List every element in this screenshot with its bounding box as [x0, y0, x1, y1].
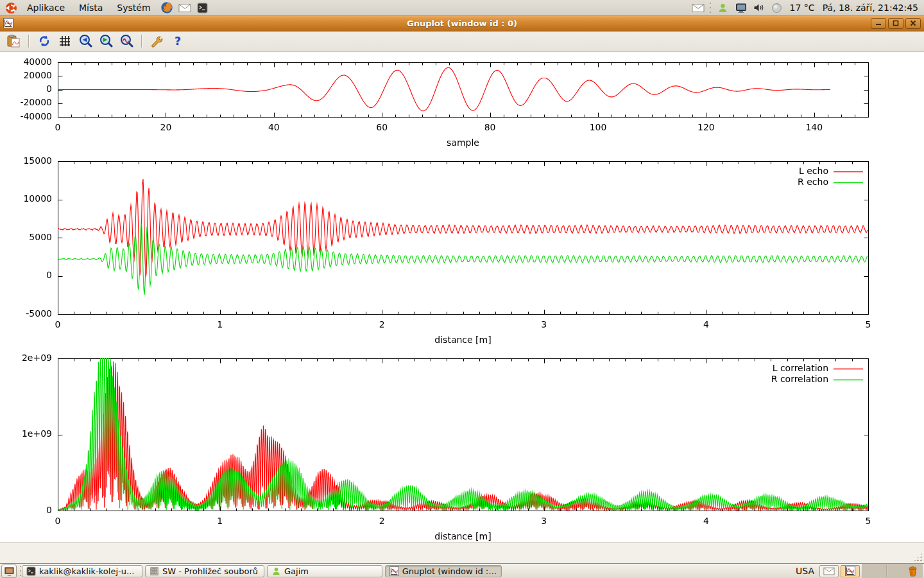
gnuplot-icon — [389, 566, 399, 576]
clock-label[interactable]: Pá, 18. září, 21:42:45 — [821, 3, 920, 13]
terminal-launcher-icon[interactable] — [196, 1, 210, 15]
weather-icon[interactable] — [770, 1, 784, 15]
gnome-top-panel: Aplikace Místa Systém — [0, 0, 924, 16]
plot-surface — [0, 52, 924, 542]
trash-icon — [907, 565, 918, 577]
task-button-file-manager[interactable]: SW - Prohlížeč souborů — [145, 565, 264, 577]
panel-left: Aplikace Místa Systém — [4, 0, 210, 15]
envelope-icon — [823, 567, 835, 575]
mail-notification-icon[interactable] — [691, 1, 705, 15]
task-button-gajim[interactable]: Gajim — [267, 565, 382, 577]
temperature-label[interactable]: 17 °C — [788, 3, 817, 13]
zoom-next-button[interactable] — [98, 33, 114, 49]
panel-right: 17 °C Pá, 18. září, 21:42:45 — [691, 0, 920, 15]
tray-separator — [886, 565, 887, 577]
settings-wrench-button[interactable] — [149, 33, 166, 49]
window-title: Gnuplot (window id : 0) — [0, 19, 924, 28]
display-settings-icon[interactable] — [734, 1, 748, 15]
replot-button[interactable] — [36, 33, 53, 49]
task-button-terminal[interactable]: kaklik@kaklik-kolej-u... — [22, 565, 142, 577]
gnuplot-icon — [845, 566, 855, 576]
tray-drag-handle[interactable] — [709, 2, 712, 13]
trash-applet-button[interactable] — [904, 565, 921, 577]
notification-tray-zone — [862, 564, 923, 578]
titlebar[interactable]: Gnuplot (window id : 0) — [0, 16, 924, 31]
window-icon[interactable] — [3, 18, 13, 28]
person-icon — [271, 566, 281, 576]
zoom-reset-button[interactable] — [118, 33, 135, 49]
maximize-button[interactable] — [888, 18, 903, 29]
task-button-gnuplot[interactable]: Gnuplot (window id : 0) — [385, 565, 502, 577]
menu-applications[interactable]: Aplikace — [22, 1, 70, 14]
file-cabinet-icon — [150, 566, 159, 576]
keyboard-layout-indicator[interactable]: USA — [791, 566, 819, 576]
zoom-previous-button[interactable] — [77, 33, 94, 49]
tray-gnuplot-button[interactable] — [841, 565, 860, 577]
gajim-status-icon[interactable] — [716, 1, 730, 15]
window-controls — [871, 18, 921, 29]
window-statusbar — [0, 542, 924, 563]
close-button[interactable] — [905, 18, 921, 29]
task-label: Gajim — [284, 566, 309, 576]
gnuplot-window: Gnuplot (window id : 0) — [0, 16, 924, 563]
menu-system[interactable]: Systém — [112, 1, 155, 14]
toolbar-separator — [28, 35, 30, 48]
task-label: SW - Prohlížeč souborů — [162, 566, 258, 576]
gnuplot-plot-canvas[interactable] — [0, 52, 924, 543]
task-label: kaklik@kaklik-kolej-u... — [39, 566, 134, 576]
help-button[interactable]: ? — [169, 33, 186, 49]
toolbar-separator — [141, 35, 142, 48]
desktop: Aplikace Místa Systém — [0, 0, 924, 578]
mail-launcher-icon[interactable] — [178, 1, 192, 15]
volume-icon[interactable] — [752, 1, 766, 15]
gnuplot-toolbar: ? — [0, 31, 924, 52]
copy-plot-button[interactable] — [5, 33, 22, 49]
taskbar: kaklik@kaklik-kolej-u... SW - Prohlížeč … — [0, 563, 924, 578]
help-glyph: ? — [175, 35, 181, 48]
firefox-launcher-icon[interactable] — [160, 1, 174, 15]
grid-toggle-button[interactable] — [56, 33, 73, 49]
minimize-button[interactable] — [871, 18, 886, 29]
tray-mail-button[interactable] — [819, 565, 839, 577]
ubuntu-logo-icon[interactable] — [4, 1, 18, 15]
show-desktop-button[interactable] — [1, 565, 17, 578]
task-label: Gnuplot (window id : 0) — [402, 566, 497, 576]
terminal-icon — [26, 566, 36, 576]
menu-places[interactable]: Místa — [74, 1, 108, 14]
resize-grip[interactable] — [913, 552, 923, 562]
